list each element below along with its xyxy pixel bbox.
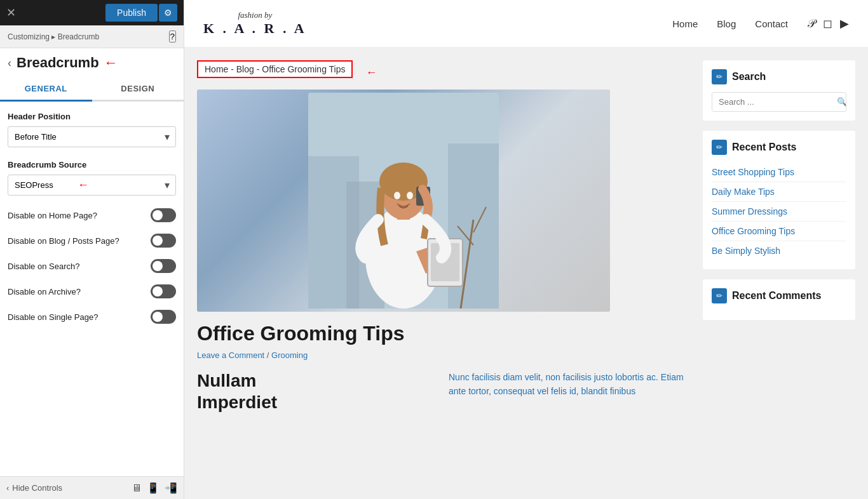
- instagram-icon[interactable]: ◻: [823, 17, 832, 30]
- tab-design[interactable]: DESIGN: [92, 77, 184, 100]
- nav-blog[interactable]: Blog: [717, 18, 736, 29]
- category-link[interactable]: Grooming: [271, 350, 308, 360]
- publish-group: Publish ⚙: [105, 4, 177, 22]
- toggle-home-switch[interactable]: [151, 208, 176, 222]
- breadcrumb-trail: Home - Blog - Office Grooming Tips: [197, 60, 353, 78]
- close-button[interactable]: ✕: [6, 6, 16, 20]
- panel-tabs: GENERAL DESIGN: [0, 77, 184, 102]
- recent-comments-icon: ✏: [712, 288, 727, 303]
- toggle-disable-search: Disable on Search?: [8, 259, 176, 273]
- post-link-4[interactable]: Office Grooming Tips: [712, 226, 795, 236]
- recent-posts-list: Street Shopping Tips Daily Make Tips Sum…: [712, 163, 846, 260]
- toggle-home-label: Disable on Home Page?: [8, 211, 97, 220]
- toggle-blog-switch[interactable]: [151, 234, 176, 248]
- breadcrumb-source-select-wrapper: SEOPress Yoast RankMath None ▾ ←: [8, 175, 176, 196]
- hide-controls-button[interactable]: ‹ Hide Controls: [6, 483, 62, 493]
- search-widget-title: Search: [732, 71, 766, 83]
- publish-button[interactable]: Publish: [105, 4, 158, 22]
- search-input-wrapper: 🔍: [712, 92, 846, 112]
- toggle-blog-label: Disable on Blog / Posts Page?: [8, 236, 119, 246]
- leave-comment-link[interactable]: Leave a Comment: [197, 350, 264, 360]
- post-link-1[interactable]: Street Shopping Tips: [712, 167, 794, 177]
- panel-content: Header Position Before Title After Title…: [0, 102, 184, 476]
- toggle-archive-switch[interactable]: [151, 284, 176, 298]
- breadcrumb-source-label: Breadcrumb Source: [8, 160, 176, 170]
- search-input[interactable]: [712, 93, 832, 111]
- red-arrow-breadcrumb: ←: [365, 66, 377, 79]
- svg-point-11: [394, 192, 400, 199]
- breadcrumb-row: Home - Blog - Office Grooming Tips ←: [197, 60, 690, 84]
- article-big-text: NullamImperdiet: [197, 370, 438, 413]
- toggle-archive-label: Disable on Archive?: [8, 287, 81, 296]
- header-position-select[interactable]: Before Title After Title None: [8, 126, 176, 147]
- toggle-disable-home: Disable on Home Page?: [8, 208, 176, 222]
- site-nav: Home Blog Contact: [672, 18, 788, 29]
- logo-script-text: fashion by: [238, 10, 272, 20]
- view-icons-group: 🖥 📱 📲: [132, 482, 177, 494]
- help-button[interactable]: ?: [169, 30, 176, 43]
- panel-title: Breadcrumb: [17, 55, 99, 71]
- desktop-view-button[interactable]: 🖥: [132, 482, 142, 494]
- article-illustration: [308, 93, 499, 309]
- content-area: Home - Blog - Office Grooming Tips ←: [184, 48, 868, 499]
- logo-main-text: K . A . R . A: [203, 20, 307, 37]
- list-item: Street Shopping Tips: [712, 163, 846, 182]
- youtube-icon[interactable]: ▶: [840, 17, 849, 30]
- social-icons: 𝒫 ◻ ▶: [807, 17, 849, 30]
- recent-posts-title-bar: ✏ Recent Posts: [712, 140, 846, 155]
- customizer-panel: ✕ Publish ⚙ Customizing ▸ Breadcrumb ? ‹…: [0, 0, 184, 499]
- article-text-left: NullamImperdiet: [197, 370, 438, 413]
- main-article: Home - Blog - Office Grooming Tips ←: [197, 60, 690, 486]
- search-widget-icon: ✏: [712, 69, 727, 84]
- toggle-single-switch[interactable]: [151, 310, 176, 324]
- site-header: fashion by K . A . R . A Home Blog Conta…: [184, 0, 868, 48]
- back-button[interactable]: ‹: [8, 57, 11, 70]
- header-position-label: Header Position: [8, 112, 176, 121]
- bottom-bar: ‹ Hide Controls 🖥 📱 📲: [0, 476, 184, 499]
- tablet-view-button[interactable]: 📱: [147, 482, 159, 494]
- header-position-select-wrapper: Before Title After Title None ▾: [8, 126, 176, 147]
- main-content: fashion by K . A . R . A Home Blog Conta…: [184, 0, 868, 499]
- article-text-right: Nunc facilisis diam velit, non facilisis…: [449, 370, 690, 413]
- svg-point-12: [407, 192, 413, 199]
- recent-comments-title-bar: ✏ Recent Comments: [712, 288, 846, 303]
- list-item: Daily Make Tips: [712, 182, 846, 202]
- nav-contact[interactable]: Contact: [755, 18, 788, 29]
- search-submit-button[interactable]: 🔍: [832, 93, 846, 111]
- mobile-view-button[interactable]: 📲: [165, 482, 177, 494]
- list-item: Office Grooming Tips: [712, 222, 846, 241]
- recent-posts-widget: ✏ Recent Posts Street Shopping Tips Dail…: [703, 131, 855, 269]
- pinterest-icon[interactable]: 𝒫: [807, 17, 815, 30]
- tab-general[interactable]: GENERAL: [0, 77, 92, 102]
- list-item: Summer Dressings: [712, 202, 846, 222]
- toggle-disable-archive: Disable on Archive?: [8, 284, 176, 298]
- post-link-2[interactable]: Daily Make Tips: [712, 187, 775, 197]
- toggle-search-switch[interactable]: [151, 259, 176, 273]
- site-logo: fashion by K . A . R . A: [203, 10, 307, 37]
- meta-separator: /: [267, 350, 271, 360]
- recent-comments-title: Recent Comments: [732, 290, 821, 302]
- nav-path: Customizing ▸ Breadcrumb: [8, 32, 99, 41]
- breadcrumb-source-select[interactable]: SEOPress Yoast RankMath None: [8, 175, 176, 196]
- customizer-breadcrumb-nav: Customizing ▸ Breadcrumb ?: [0, 25, 184, 48]
- article-meta: Leave a Comment / Grooming: [197, 350, 690, 360]
- chevron-left-icon: ‹: [6, 483, 9, 493]
- article-image: [197, 90, 610, 312]
- settings-button[interactable]: ⚙: [159, 4, 177, 22]
- header-position-group: Header Position Before Title After Title…: [8, 112, 176, 147]
- top-bar: ✕ Publish ⚙: [0, 0, 184, 25]
- post-link-3[interactable]: Summer Dressings: [712, 206, 787, 216]
- nav-home[interactable]: Home: [672, 18, 698, 29]
- toggle-search-label: Disable on Search?: [8, 262, 79, 271]
- sidebar: ✏ Search 🔍 ✏ Recent Posts Street Shoppin…: [703, 60, 855, 486]
- toggle-disable-blog: Disable on Blog / Posts Page?: [8, 234, 176, 248]
- search-widget-title-bar: ✏ Search: [712, 69, 846, 84]
- search-widget: ✏ Search 🔍: [703, 60, 855, 121]
- list-item: Be Simply Stylish: [712, 241, 846, 260]
- toggle-single-label: Disable on Single Page?: [8, 312, 98, 322]
- article-body: NullamImperdiet Nunc facilisis diam veli…: [197, 370, 690, 413]
- hide-controls-label: Hide Controls: [12, 483, 62, 493]
- panel-title-row: ‹ Breadcrumb ←: [0, 48, 184, 75]
- toggle-disable-single: Disable on Single Page?: [8, 310, 176, 324]
- post-link-5[interactable]: Be Simply Stylish: [712, 246, 780, 256]
